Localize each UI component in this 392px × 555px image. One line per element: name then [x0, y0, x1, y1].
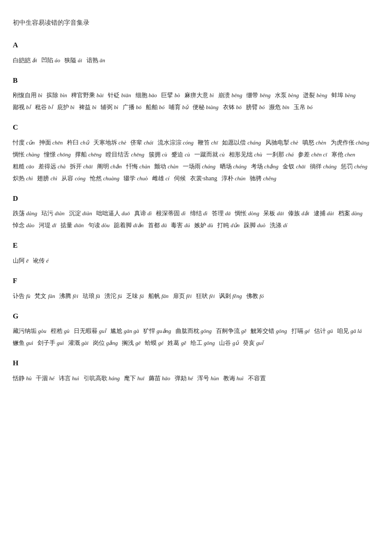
vocab-item: 细胞 bāo — [135, 92, 157, 98]
vocab-item: 船舶 bó — [146, 104, 164, 110]
vocab-item: 咄咄逼人 duō — [96, 210, 130, 217]
vocab-item: 衣裳·shang — [190, 175, 217, 182]
vocab-item: 鳜鱼 guì — [13, 340, 33, 346]
vocab-item: 不容置 — [248, 375, 266, 382]
vocab-item: 浑号 hùn — [197, 375, 219, 382]
vocab-item: 掂量 diān — [61, 222, 84, 228]
vocab-item: 濒危 bīn — [269, 104, 289, 110]
vocab-item: 麻痹大意 bì — [184, 92, 214, 98]
vocab-item: 蛤蟆 gé — [145, 340, 164, 346]
vocab-item: 忖度 cǔn — [13, 139, 35, 146]
vocab-item: 庇护 bì — [57, 104, 75, 110]
vocab-item: 蚌埠 bèng — [331, 92, 356, 98]
vocab-item: 裨益 bì — [79, 104, 96, 110]
vocab-item: 山谷 gǔ — [219, 340, 239, 346]
vocab-item: 刽子手 guì — [37, 340, 64, 346]
vocab-item: 乏味 fá — [126, 293, 144, 299]
vocab-item: 恬静 hù — [13, 375, 32, 382]
vocab-item: 梵文 fàn — [35, 293, 55, 299]
vocab-item: 逮捕 dài — [314, 210, 334, 217]
vocab-item: 珐琅 fà — [83, 293, 100, 299]
vocab-item: 滂沱 fú — [104, 293, 122, 299]
vocab-item: 搁浅 gē — [122, 340, 141, 346]
vocab-item: 一刹那 chá — [266, 151, 294, 158]
vocab-item: 考场 chǎng — [251, 163, 279, 170]
vocab-item: 凹陷 áo — [41, 57, 60, 64]
vocab-item: 讹传 é — [33, 257, 49, 264]
vocab-item: 惩罚 chéng — [341, 163, 367, 170]
vocab-item: 徜徉 cháng — [310, 163, 337, 170]
vocab-item: 佛教 fó — [246, 293, 264, 299]
vocab-item: 船帆 fān — [148, 293, 169, 299]
vocab-item: 觥筹交错 gōng — [251, 328, 287, 334]
section-content-b: 刚愎自用 bì摈除 bìn稗官野乘 bài针砭 biān细胞 bāo巨擘 bò麻… — [13, 90, 379, 113]
section-content-g: 藏污纳垢 gòu桎梏 gù日无暇晷 guǐ尴尬 gān gà犷悍 guǎng曲肱… — [13, 325, 379, 349]
vocab-item: 从容 cóng — [61, 175, 86, 182]
vocab-item: 跌荡 dàng — [13, 210, 37, 217]
vocab-item: 雌雄 cí — [152, 175, 170, 182]
vocab-item: 蹙迫 cù — [171, 151, 190, 158]
page-title: 初中生容易读错的字音集录 — [13, 17, 379, 29]
vocab-item: 讣告 fù — [13, 293, 30, 299]
section-letter-h: H — [13, 357, 379, 370]
vocab-item: 桎梏 gù — [51, 328, 69, 334]
vocab-item: 毒害 dú — [171, 222, 190, 228]
vocab-item: 憧憬 chōng — [44, 151, 71, 158]
vocab-item: 讽刺 fěng — [219, 293, 242, 299]
vocab-item: 沉淀 diàn — [69, 210, 92, 217]
vocab-item: 嗔怒 chèn — [303, 139, 326, 146]
vocab-item: 打嗝 gé — [291, 328, 310, 334]
vocab-item: 山阿 ē — [13, 257, 29, 264]
vocab-item: 白皑皑 ǎi — [13, 57, 37, 64]
vocab-item: 谙熟 ān — [86, 57, 105, 64]
vocab-item: 伺候 — [174, 175, 186, 182]
section-letter-d: D — [13, 192, 379, 205]
vocab-item: 灌溉 gài — [68, 340, 89, 346]
section-letter-f: F — [13, 275, 379, 288]
vocab-item: 藏污纳垢 gòu — [13, 328, 46, 334]
vocab-item: 鄙视 bǐ — [13, 104, 31, 110]
vocab-item: 给工 gōng — [190, 340, 215, 346]
vocab-item: 瞠目结舌 chēng — [106, 151, 144, 158]
vocab-item: 一场雨 cháng — [183, 163, 216, 170]
vocab-item: 忏悔 chàn — [126, 163, 150, 170]
section-content-c: 忖度 cǔn抻面 chēn杵臼 chǔ天寒地坼 chè侪辈 chái流水淙淙 c… — [13, 137, 379, 185]
vocab-item: 扉页 fēi — [173, 293, 192, 299]
vocab-item: 晒场 cháng — [220, 163, 247, 170]
vocab-item: 颤动 chàn — [154, 163, 179, 170]
vocab-item: 嫉妒 dù — [194, 222, 213, 228]
vocab-item: 拆开 chāi — [70, 163, 93, 170]
vocab-item: 杵臼 chǔ — [67, 139, 89, 146]
vocab-item: 犷悍 guǎng — [143, 328, 171, 334]
vocab-item: 傣族 dǎi — [288, 210, 309, 217]
vocab-item: 迸裂 bèng — [303, 92, 327, 98]
vocab-item: 呆板 dāi — [263, 210, 284, 217]
vocab-item: 辍学 chuò — [124, 175, 148, 182]
vocab-item: 寒伧 chen — [331, 151, 355, 158]
section-letter-a: A — [13, 39, 379, 52]
vocab-item: 淳朴 chún — [222, 175, 246, 182]
vocab-item: 教诲 huì — [223, 375, 244, 382]
section-content-h: 恬静 hù干涸 hé讳言 huì引吭高歌 háng麾下 huī薅苗 hāo弹劾 … — [13, 373, 379, 384]
vocab-item: 侪辈 chái — [130, 139, 153, 146]
vocab-item: 差得远 chà — [38, 163, 66, 170]
vocab-item: 绷带 bēng — [246, 92, 271, 98]
vocab-item: 沸腾 fèi — [59, 293, 78, 299]
vocab-item: 流水淙淙 cóng — [158, 139, 194, 146]
vocab-item: 撑船 chēng — [75, 151, 101, 158]
section-letter-e: E — [13, 239, 379, 252]
vocab-item: 打盹 dǔn — [217, 222, 239, 228]
vocab-item: 巨擘 bò — [161, 92, 180, 98]
vocab-item: 秕谷 bǐ — [35, 104, 53, 110]
vocab-item: 相形见绌 chù — [229, 151, 262, 158]
vocab-item: 针砭 biān — [108, 92, 131, 98]
vocab-item: 怆然 chuàng — [90, 175, 120, 182]
vocab-item: 玉帛 bó — [294, 104, 312, 110]
vocab-item: 稗官野乘 bài — [71, 92, 104, 98]
vocab-item: 风驰电掣 chè — [265, 139, 298, 146]
vocab-item: 金钗 chāi — [282, 163, 306, 170]
vocab-item: 首都 dū — [148, 222, 167, 228]
vocab-item: 真谛 dì — [134, 210, 152, 217]
vocab-item: 翅膀 chì — [37, 175, 57, 182]
vocab-item: 阐明 chǎn — [97, 163, 122, 170]
